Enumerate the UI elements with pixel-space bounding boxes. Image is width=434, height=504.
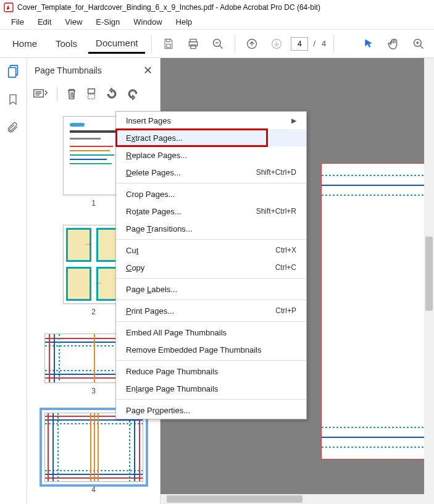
- svg-rect-16: [8, 68, 15, 78]
- left-rail: [0, 58, 27, 504]
- toolbar-separator: [235, 35, 235, 53]
- shortcut-label: Shift+Ctrl+R: [256, 207, 296, 216]
- shortcut-label: Ctrl+C: [275, 263, 296, 272]
- thumbnail-item[interactable]: 4: [44, 413, 143, 494]
- hand-tool-icon[interactable]: [383, 33, 404, 54]
- ctx-page-properties[interactable]: Page Properties...: [116, 401, 306, 419]
- ctx-replace-pages[interactable]: Replace Pages...: [116, 146, 306, 164]
- tab-document[interactable]: Document: [88, 34, 145, 54]
- tab-tools[interactable]: Tools: [48, 35, 85, 52]
- ctx-page-transitions[interactable]: Page Transitions...: [116, 220, 306, 237]
- menu-window[interactable]: Window: [127, 16, 168, 28]
- ctx-page-labels[interactable]: Page Labels...: [116, 280, 306, 298]
- insert-page-icon[interactable]: [86, 88, 97, 100]
- page-separator: /: [312, 39, 317, 48]
- ctx-divider: [116, 300, 306, 300]
- window-title: Cover_Template_for_Hardcover_Binding_6_x…: [17, 3, 320, 12]
- ctx-divider: [116, 399, 306, 400]
- ctx-remove-embedded[interactable]: Remove Embedded Page Thumbnails: [116, 341, 306, 358]
- shortcut-label: Shift+Ctrl+D: [256, 168, 296, 177]
- ctx-embed-all[interactable]: Embed All Page Thumbnails: [116, 324, 306, 341]
- svg-rect-2: [167, 44, 171, 47]
- prev-page-icon[interactable]: [241, 33, 262, 54]
- menu-esign[interactable]: E-Sign: [90, 16, 126, 28]
- ctx-divider: [116, 183, 306, 183]
- submenu-arrow-icon: ▶: [291, 117, 296, 125]
- svg-rect-21: [88, 89, 95, 93]
- svg-line-7: [220, 45, 223, 48]
- zoom-out-icon[interactable]: [207, 33, 228, 54]
- thumbnail-number: 3: [91, 387, 96, 395]
- bookmark-icon[interactable]: [7, 93, 20, 106]
- panel-title: Page Thumbnails: [35, 65, 102, 75]
- rotate-ccw-icon[interactable]: [106, 88, 118, 100]
- delete-page-icon[interactable]: [66, 88, 77, 100]
- save-icon[interactable]: [158, 33, 179, 54]
- panel-options-icon[interactable]: [33, 88, 48, 99]
- menu-view[interactable]: View: [59, 16, 88, 28]
- ctx-delete-pages[interactable]: Delete Pages... Shift+Ctrl+D: [116, 164, 306, 181]
- shortcut-label: Ctrl+X: [275, 246, 296, 254]
- menu-bar: File Edit View E-Sign Window Help: [0, 15, 434, 30]
- svg-rect-5: [191, 44, 196, 48]
- ctx-divider: [116, 360, 306, 361]
- menu-help[interactable]: Help: [170, 16, 199, 28]
- page-canvas: [321, 163, 434, 460]
- panel-toolbar: [27, 83, 160, 105]
- ctx-extract-pages[interactable]: Extract Pages...: [116, 129, 306, 146]
- title-bar: Cover_Template_for_Hardcover_Binding_6_x…: [0, 0, 434, 15]
- page-number-input[interactable]: [291, 37, 308, 51]
- ctx-crop-pages[interactable]: Crop Pages...: [116, 185, 306, 203]
- menu-edit[interactable]: Edit: [31, 16, 57, 28]
- ctx-insert-pages[interactable]: Insert Pages ▶: [116, 112, 306, 129]
- ctx-divider: [116, 321, 306, 322]
- zoom-in-icon[interactable]: [408, 33, 429, 54]
- ctx-cut[interactable]: Cut Ctrl+X: [116, 242, 306, 259]
- next-page-icon[interactable]: [266, 33, 287, 54]
- ctx-reduce[interactable]: Reduce Page Thumbnails: [116, 363, 306, 380]
- ctx-divider: [116, 278, 306, 279]
- select-tool-icon[interactable]: [359, 33, 380, 54]
- ctx-divider: [116, 239, 306, 240]
- ctx-print-pages[interactable]: Print Pages... Ctrl+P: [116, 302, 306, 319]
- thumbnail-number: 2: [91, 308, 96, 316]
- svg-line-12: [420, 45, 424, 48]
- svg-rect-22: [88, 94, 95, 99]
- thumbnail-number: 1: [91, 199, 96, 208]
- acrobat-icon: [4, 2, 14, 12]
- ctx-enlarge[interactable]: Enlarge Page Thumbnails: [116, 380, 306, 397]
- thumbnails-icon[interactable]: [7, 64, 20, 78]
- ctx-copy[interactable]: Copy Ctrl+C: [116, 259, 306, 276]
- horizontal-scrollbar[interactable]: [161, 494, 424, 504]
- attachment-icon[interactable]: [7, 121, 20, 135]
- thumbnail-number: 4: [91, 485, 96, 494]
- rotate-cw-icon[interactable]: [127, 88, 139, 100]
- vertical-scrollbar[interactable]: [424, 58, 434, 504]
- context-menu: Insert Pages ▶ Extract Pages... Replace …: [115, 111, 307, 419]
- shortcut-label: Ctrl+P: [275, 306, 296, 315]
- toolbar-separator: [151, 35, 152, 53]
- panel-header: Page Thumbnails ✕: [27, 58, 160, 83]
- svg-rect-1: [167, 39, 170, 41]
- close-panel-button[interactable]: ✕: [143, 64, 152, 77]
- toolbar-separator: [333, 35, 334, 53]
- menu-file[interactable]: File: [5, 16, 30, 28]
- main-toolbar: Home Tools Document / 4: [0, 30, 434, 58]
- page-total: 4: [320, 39, 327, 48]
- tab-home[interactable]: Home: [5, 35, 44, 52]
- panel-toolbar-separator: [57, 87, 57, 101]
- print-icon[interactable]: [183, 33, 204, 54]
- ctx-rotate-pages[interactable]: Rotate Pages... Shift+Ctrl+R: [116, 203, 306, 220]
